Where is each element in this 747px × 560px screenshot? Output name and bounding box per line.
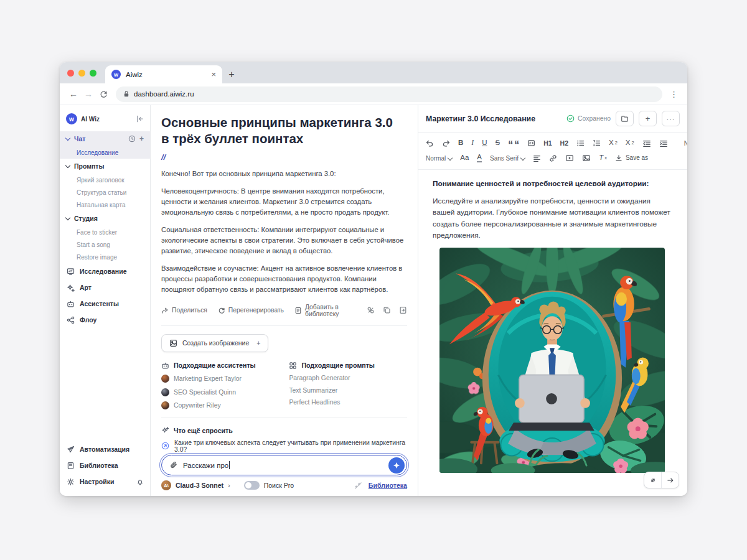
address-bar[interactable]: dashboard.aiwiz.ru [116, 86, 662, 102]
send-button[interactable] [388, 457, 405, 474]
align-icon[interactable] [533, 155, 541, 162]
copy-icon[interactable] [383, 306, 391, 314]
prompt-magic-icon[interactable] [354, 482, 362, 490]
export-icon[interactable] [399, 306, 407, 314]
library-link[interactable]: Библиотека [369, 482, 407, 489]
sidebar-item-studio[interactable]: Студия [60, 211, 150, 226]
assistant-item[interactable]: Marketing Expert Taylor [161, 375, 289, 383]
sidebar-item-studio-0[interactable]: Face to sticker [60, 226, 150, 238]
prompt-item[interactable]: Perfect Headlines [289, 399, 407, 406]
font-family-dropdown[interactable]: Sans Serif [490, 155, 525, 162]
reload-icon[interactable] [96, 86, 111, 101]
model-selector[interactable]: Claud-3 Sonnet [176, 482, 223, 489]
new-chat-icon[interactable]: + [139, 135, 144, 142]
ask-arrow-icon [161, 442, 169, 450]
minimize-window-button[interactable] [78, 70, 85, 77]
sidebar-item-library[interactable]: Библиотека [60, 457, 150, 474]
subscript-button[interactable]: X2 [609, 139, 618, 147]
italic-button[interactable]: I [471, 139, 474, 147]
sidebar-item-studio-2[interactable]: Restore image [60, 251, 150, 263]
chat-title: Основные принципы маркетинга 3.0 в трёх … [161, 114, 407, 147]
insert-image-icon[interactable] [582, 154, 591, 162]
sidebar-item-chat[interactable]: Чат + [60, 131, 150, 146]
bullet-list-icon[interactable] [576, 139, 585, 147]
sidebar-item-studio-1[interactable]: Start a song [60, 238, 150, 251]
sidebar-item-automation[interactable]: Автоматизация [60, 441, 150, 457]
font-color-button[interactable]: A [477, 154, 482, 163]
new-document-button[interactable]: + [639, 111, 657, 126]
code-block-icon[interactable] [527, 139, 535, 147]
sparkles-icon [66, 284, 75, 292]
add-library-icon [294, 307, 302, 314]
share-button[interactable]: Поделиться [161, 307, 207, 314]
redo-icon[interactable] [442, 140, 450, 147]
new-tab-button[interactable]: + [222, 65, 241, 83]
sidebar-item-assistants[interactable]: Ассистенты [60, 296, 150, 312]
sidebar-item-prompts[interactable]: Промпты [60, 159, 150, 174]
assistant-item[interactable]: SEO Specialist Quinn [161, 388, 289, 396]
expand-image-button[interactable] [644, 472, 661, 488]
chevron-down-icon [520, 155, 525, 160]
browser-tab[interactable]: w Aiwiz × [105, 65, 222, 83]
chevron-right-icon: › [228, 482, 230, 489]
link-icon[interactable] [549, 154, 557, 162]
search-pro-toggle[interactable] [244, 481, 260, 490]
sidebar-item-settings[interactable]: Настройки [60, 474, 150, 490]
underline-button[interactable]: U [482, 139, 487, 147]
video-icon[interactable] [565, 154, 574, 162]
save-as-button[interactable]: Save as [615, 154, 648, 162]
history-icon[interactable] [128, 135, 136, 142]
sidebar-item-prompt-0[interactable]: Яркий заголовок [60, 174, 150, 186]
tab-close-icon[interactable]: × [211, 70, 216, 78]
blockquote-button[interactable]: ““ [508, 143, 519, 147]
notifications-bell-icon[interactable] [136, 478, 144, 486]
create-image-button[interactable]: Создать изображение + [161, 334, 268, 352]
browser-menu-icon[interactable]: ⋮ [667, 90, 681, 99]
add-to-library-button[interactable]: Добавить в библиотеку [294, 304, 356, 317]
sidebar-item-chat-research[interactable]: Исследование [60, 146, 150, 159]
sidebar-item-art[interactable]: Арт [60, 279, 150, 296]
aiwiz-logo: w [66, 113, 77, 124]
prompt-item[interactable]: Paragraph Generator [289, 375, 407, 381]
saved-check-icon [566, 114, 575, 123]
prompt-item[interactable]: Text Summarizer [289, 387, 407, 394]
sidebar-item-flow[interactable]: Флоу [60, 312, 150, 328]
more-options-button[interactable]: ··· [662, 111, 680, 126]
send-sparkle-icon [392, 461, 401, 470]
collapse-sidebar-icon[interactable] [136, 115, 144, 123]
next-image-button[interactable] [661, 472, 679, 488]
style-dropdown[interactable]: Normal [684, 140, 687, 147]
suggested-question[interactable]: Какие три ключевых аспекта следует учиты… [161, 439, 407, 452]
generated-image[interactable] [439, 248, 665, 473]
maximize-window-button[interactable] [90, 70, 96, 77]
back-icon[interactable]: ← [66, 86, 81, 101]
sidebar-item-research[interactable]: Исследование [60, 263, 150, 279]
message-input[interactable]: Расскажи про [161, 455, 407, 475]
forward-icon[interactable]: → [81, 86, 96, 101]
document-content[interactable]: Понимание ценностей и потребностей целев… [418, 170, 687, 473]
tokens-icon[interactable] [367, 306, 375, 314]
document-title: Маркетинг 3.0 Исследование [426, 114, 561, 123]
superscript-button[interactable]: X2 [626, 139, 634, 147]
regenerate-button[interactable]: Перегенерировать [218, 307, 284, 314]
share-icon [161, 307, 169, 314]
ordered-list-icon[interactable] [593, 139, 601, 147]
heading1-button[interactable]: H1 [543, 140, 552, 147]
chat-paragraph: Человекоцентричность: В центре внимания … [161, 186, 407, 218]
sidebar-item-prompt-1[interactable]: Структура статьи [60, 186, 150, 198]
undo-icon[interactable] [426, 140, 434, 147]
outdent-icon[interactable] [642, 140, 651, 147]
font-size-button[interactable]: Aa [460, 154, 469, 162]
attach-icon[interactable] [169, 461, 178, 470]
paragraph-dropdown[interactable]: Normal [426, 155, 452, 162]
heading2-button[interactable]: H2 [560, 140, 568, 147]
close-window-button[interactable] [67, 70, 74, 77]
assistant-item[interactable]: Copywriter Riley [161, 401, 289, 409]
indent-icon[interactable] [659, 140, 668, 147]
folder-button[interactable] [616, 111, 634, 126]
sidebar-item-label: Арт [80, 284, 92, 291]
strikethrough-button[interactable]: S [495, 139, 500, 147]
clear-formatting-button[interactable]: Tx [599, 154, 607, 162]
bold-button[interactable]: B [458, 139, 463, 147]
sidebar-item-prompt-2[interactable]: Натальная карта [60, 198, 150, 211]
